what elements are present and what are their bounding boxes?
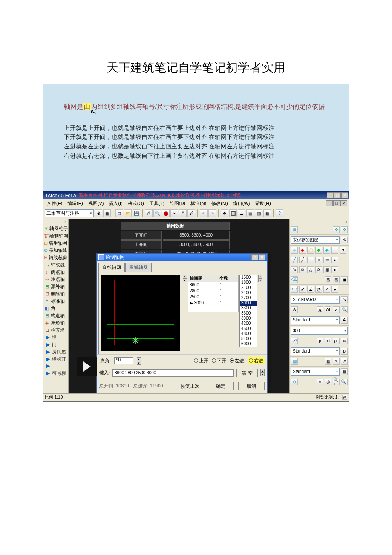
preset-spacing-item[interactable]: 2100 xyxy=(240,285,257,290)
preset-spacing-item[interactable]: 1800 xyxy=(240,280,257,285)
spell-icon[interactable]: ✓ xyxy=(333,306,340,313)
text-style-dropdown[interactable]: Standard xyxy=(291,316,340,324)
dim-style-icon[interactable]: ↘ xyxy=(341,296,348,303)
clear-spinner[interactable]: ▴▾ xyxy=(260,369,265,377)
list-scrollbar[interactable]: ▴▾ xyxy=(258,275,262,347)
tool-gear-icon[interactable]: ⚙ xyxy=(95,209,102,217)
draw-circle-icon[interactable]: ○ xyxy=(315,257,322,263)
dialog-help-button[interactable]: ? xyxy=(251,254,258,260)
angle-spinner[interactable]: ▴▾ xyxy=(137,357,141,364)
color-more-icon[interactable]: ▾ xyxy=(340,247,346,254)
zoom-slider-icon[interactable]: ⊖ xyxy=(342,395,347,400)
tool-icon[interactable]: ▦ xyxy=(103,209,111,217)
cell-count[interactable]: 1 xyxy=(218,300,239,306)
menu-file[interactable]: 文件(F) xyxy=(45,199,64,208)
sidebar-item[interactable]: ✂轴线裁剪 xyxy=(43,254,68,261)
dialog-close-button[interactable]: × xyxy=(259,254,265,260)
help-icon[interactable]: ? xyxy=(276,209,283,217)
sidebar-category[interactable]: ▶房间屋 xyxy=(44,348,68,356)
paint-icon[interactable]: 🖌 xyxy=(187,209,195,217)
lineweight-dropdown[interactable]: 350 xyxy=(291,327,348,335)
sidebar-item[interactable]: 甘绘制轴网 xyxy=(43,232,68,240)
color-cyan-icon[interactable]: ◆ xyxy=(323,247,330,254)
left-panel-close-icon[interactable]: ≡ × xyxy=(43,219,68,225)
preset-spacing-item[interactable]: 3300 xyxy=(240,306,257,311)
modify-mirror-icon[interactable]: △ xyxy=(307,266,314,273)
right-panel-close-icon[interactable]: ≡ × xyxy=(290,219,349,225)
radio-left-depth[interactable]: 左进 xyxy=(230,358,244,364)
sidebar-category[interactable]: ▶符号标 xyxy=(44,370,68,377)
draw-more-icon[interactable]: ▸ xyxy=(331,257,338,263)
menu-window[interactable]: 窗口(W) xyxy=(231,199,252,208)
menu-draw[interactable]: 绘图(D) xyxy=(167,199,187,208)
print-icon[interactable]: ⎙ xyxy=(145,209,153,217)
preview-icon[interactable]: 🔍 xyxy=(153,209,161,217)
radio-top-open[interactable]: 上开 xyxy=(194,358,208,364)
cell-spacing[interactable]: 3600 xyxy=(188,282,218,288)
sidebar-item[interactable]: ↕两点轴 xyxy=(43,269,68,276)
mleader-style-dropdown[interactable]: Standard xyxy=(291,347,340,355)
modify-offset-icon[interactable]: ⟳ xyxy=(315,266,322,273)
table-style-icon[interactable]: ▦ xyxy=(341,368,348,375)
menu-edit[interactable]: 编辑(E) xyxy=(65,199,85,208)
close-button[interactable]: × xyxy=(341,192,348,198)
grid-spinner[interactable]: ▴▾ xyxy=(183,275,187,347)
modify-copy-icon[interactable]: ⧉ xyxy=(299,266,306,273)
cell-empty[interactable] xyxy=(218,306,239,312)
cell-count[interactable]: 1 xyxy=(218,282,239,288)
color-green-icon[interactable]: ◆ xyxy=(315,247,322,254)
drawing-area[interactable]: www.bdocx.com 轴网数据 下开间3500, 3300, 4000 上… xyxy=(69,219,289,393)
region-icon[interactable]: ▣ xyxy=(341,276,348,283)
draw-line-icon[interactable]: ╱ xyxy=(291,257,298,263)
leader-icon[interactable]: ↗° xyxy=(291,338,298,344)
cell-empty[interactable] xyxy=(188,306,218,312)
preset-spacing-item[interactable]: 6600 xyxy=(240,347,257,347)
modify-more-icon[interactable]: ▸ xyxy=(331,266,338,273)
workspace-dropdown[interactable]: 二维草图与注释 xyxy=(45,209,94,217)
sidebar-item[interactable]: ⊟柱齐墙 xyxy=(43,327,68,334)
cancel-button[interactable]: 取消 xyxy=(238,382,265,390)
menu-format[interactable]: 格式(O) xyxy=(126,199,146,208)
preset-spacing-item[interactable]: 2700 xyxy=(240,295,257,301)
sidebar-item[interactable]: ⊹逐点轴 xyxy=(43,276,68,283)
layer-states-icon[interactable]: ❖ xyxy=(333,226,340,233)
preset-spacing-item[interactable]: 4200 xyxy=(240,321,257,326)
sidebar-item[interactable]: ⊞添补轴 xyxy=(43,283,68,290)
redo-icon[interactable]: ↷ xyxy=(208,209,216,217)
eraser-icon[interactable]: ⌫ xyxy=(291,276,298,283)
child-restore-button[interactable]: □ xyxy=(333,200,340,206)
sidebar-item[interactable]: ⊞构造轴 xyxy=(43,312,68,319)
mleader-del-icon[interactable]: ρ- xyxy=(333,338,340,344)
table-insert-icon[interactable]: ▦ xyxy=(325,358,331,365)
preset-spacing-list[interactable]: 1500180021002400270030003300360039004200… xyxy=(239,275,257,347)
table-export-icon[interactable]: ↗ xyxy=(341,358,348,365)
sidebar-category[interactable]: ▶墙 xyxy=(44,334,68,341)
preset-spacing-item[interactable]: 3000 xyxy=(240,301,257,306)
dialog-titlebar[interactable]: 绘制轴网 ? × xyxy=(97,254,267,261)
minimize-button[interactable]: _ xyxy=(327,192,334,198)
child-close-button[interactable]: × xyxy=(340,200,347,206)
key-input[interactable]: 3600 2800 2500 3000 xyxy=(112,369,234,377)
text-ai-icon[interactable]: AI xyxy=(325,306,331,313)
tab-arc-axis[interactable]: 圆弧轴网 xyxy=(125,263,152,272)
modify-array-icon[interactable]: ▦ xyxy=(323,266,330,273)
save-icon[interactable]: 💾 xyxy=(133,209,140,217)
pan-icon[interactable]: ✥ xyxy=(221,209,228,217)
cell-spacing[interactable]: 2500 xyxy=(188,294,218,300)
text-find-icon[interactable]: 🔍 xyxy=(341,306,348,313)
color-yellow-icon[interactable]: ◯ xyxy=(307,247,314,254)
clear-button[interactable]: 清 空 xyxy=(236,369,258,377)
menu-tools[interactable]: 工具(T) xyxy=(147,199,167,208)
dim-radius-icon[interactable]: ◔ xyxy=(315,286,322,293)
preset-spacing-item[interactable]: 4500 xyxy=(240,326,257,331)
color-box-icon[interactable]: □ xyxy=(331,247,338,254)
preset-spacing-item[interactable]: 2400 xyxy=(240,290,257,295)
gradient-icon[interactable]: ▧ xyxy=(333,276,340,283)
layer-filter-icon[interactable]: ❖ xyxy=(341,226,348,233)
child-minimize-button[interactable]: _ xyxy=(326,200,333,206)
dim-more-icon[interactable]: ▸ xyxy=(331,286,338,293)
layers-icon[interactable]: ≋ xyxy=(291,226,298,233)
menu-view[interactable]: 视图(V) xyxy=(86,199,106,208)
cut-icon[interactable]: ✂ xyxy=(170,209,178,217)
radio-bottom-open[interactable]: 下开 xyxy=(212,358,226,364)
